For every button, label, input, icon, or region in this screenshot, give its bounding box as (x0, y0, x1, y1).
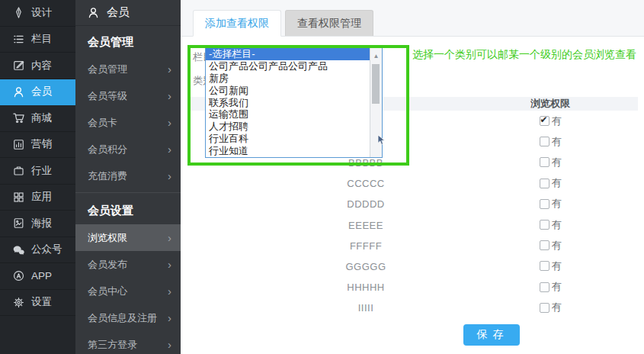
primary-nav-item[interactable]: 设置 (0, 290, 75, 317)
tab-bar: 添加查看权限 查看权限管理 (181, 0, 644, 37)
table-row: HHHHH 有 (187, 277, 638, 298)
column-select-dropdown[interactable]: -选择栏目- 公司产品公司产品公司产品 新房 公司新闻 联系我们 运输范围 人才… (205, 47, 383, 158)
primary-nav-label: 公众号 (31, 243, 62, 256)
permission-checkbox[interactable] (540, 220, 549, 230)
dropdown-option[interactable]: 联系我们 (206, 97, 370, 109)
scroll-up-arrow-icon[interactable] (370, 49, 382, 60)
secondary-sidebar: 会员 会员管理 会员管理 会员等级 会员卡 (75, 0, 181, 354)
dropdown-option[interactable]: 新房 (206, 72, 370, 85)
dropdown-option[interactable]: 运输范围 (206, 108, 370, 121)
secondary-nav-label: 会员积分 (88, 143, 127, 156)
permission-checkbox[interactable] (540, 179, 549, 188)
permission-checkbox[interactable] (540, 157, 549, 167)
row-permission-cell: 有 (493, 259, 607, 273)
primary-nav-label: 行业 (31, 164, 52, 178)
table-row: CCCCC 有 (187, 173, 638, 194)
secondary-nav-item[interactable]: 第三方登录 (75, 331, 181, 354)
mall-icon (12, 111, 25, 124)
secondary-nav-item[interactable]: 会员信息及注册 (75, 304, 181, 331)
row-label: FFFFF (187, 240, 544, 251)
primary-nav-item[interactable]: 公众号 (0, 237, 75, 264)
primary-nav-item[interactable]: 海报 (0, 211, 75, 237)
checkbox-has-label: 有 (552, 259, 562, 273)
design-icon (12, 6, 25, 19)
row-label: HHHHH (187, 282, 544, 293)
secondary-sidebar-title: 会员 (107, 5, 130, 20)
dropdown-option[interactable]: -选择栏目- (206, 48, 370, 60)
row-label: BBBBB (187, 156, 544, 168)
secondary-nav-label: 会员等级 (88, 89, 127, 103)
secondary-nav-item[interactable]: 会员卡 (75, 109, 181, 136)
table-row: IIIII 有 (187, 298, 638, 318)
member-icon (87, 6, 101, 20)
row-permission-cell: 有 (493, 197, 607, 211)
row-label: DDDDD (187, 198, 544, 210)
tab-view-permission-management[interactable]: 查看权限管理 (285, 10, 373, 36)
row-permission-cell: 有 (493, 156, 607, 169)
chevron-right-icon (168, 259, 171, 271)
secondary-nav-item[interactable]: 浏览权限 (75, 224, 181, 251)
primary-nav-item[interactable]: 应用 (0, 185, 75, 211)
primary-nav-item[interactable]: 设计 (0, 0, 75, 27)
scrollbar-thumb[interactable] (372, 64, 380, 104)
row-label: GGGGG (187, 260, 544, 272)
checkbox-has-label: 有 (552, 301, 562, 314)
content-icon (12, 59, 25, 72)
secondary-nav-item[interactable]: 会员发布 (75, 251, 181, 278)
permission-column-header: 浏览权限 (493, 97, 607, 111)
permission-checkbox[interactable] (540, 199, 549, 209)
primary-nav-label: 应用 (31, 190, 52, 204)
secondary-nav-item[interactable]: 会员等级 (75, 82, 181, 109)
save-button[interactable]: 保存 (463, 324, 520, 346)
secondary-nav-item[interactable]: 会员积分 (75, 136, 181, 163)
secondary-nav-label: 会员管理 (88, 63, 127, 76)
primary-nav-item[interactable]: 营销 (0, 132, 75, 159)
dropdown-option[interactable]: 公司新闻 (206, 85, 370, 97)
checkbox-has-label: 有 (552, 218, 562, 232)
row-permission-cell: 有 (493, 176, 607, 190)
permission-checkbox[interactable] (540, 303, 549, 313)
primary-nav-item[interactable]: 会员 (0, 79, 75, 106)
appstore-icon (12, 269, 25, 282)
secondary-nav-item[interactable]: 会员中心 (75, 278, 181, 304)
permission-checkbox[interactable] (540, 282, 549, 292)
page: 设计 栏目 内容 会员 商城 营销 (0, 0, 644, 354)
chevron-right-icon (168, 312, 171, 324)
permission-checkbox[interactable] (540, 137, 549, 146)
tab-add-view-permission[interactable]: 添加查看权限 (193, 10, 281, 37)
checkbox-has-label: 有 (552, 176, 562, 190)
primary-nav-item[interactable]: 商城 (0, 105, 75, 132)
dropdown-options: -选择栏目- 公司产品公司产品公司产品 新房 公司新闻 联系我们 运输范围 人才… (206, 48, 370, 157)
secondary-nav-label: 第三方登录 (88, 338, 137, 352)
apps-icon (12, 191, 25, 204)
member-icon (12, 85, 25, 98)
secondary-nav-item[interactable]: 充值消费 (75, 163, 181, 189)
dropdown-option[interactable]: 人才招聘 (206, 121, 370, 133)
primary-nav-item[interactable]: APP (0, 263, 75, 290)
poster-icon (12, 217, 25, 230)
wechat-icon (12, 243, 25, 256)
primary-nav-item[interactable]: 内容 (0, 53, 75, 79)
secondary-nav-label: 浏览权限 (88, 231, 127, 245)
secondary-nav-label: 充值消费 (88, 169, 127, 183)
primary-nav-item[interactable]: 栏目 (0, 27, 75, 53)
row-permission-cell: 有 (493, 135, 607, 149)
industry-icon (12, 164, 25, 177)
dropdown-option[interactable]: 行业百科 (206, 133, 370, 145)
permission-checkbox[interactable] (540, 261, 549, 271)
checkbox-has-label: 有 (552, 114, 562, 128)
chevron-right-icon (168, 117, 171, 129)
permission-checkbox[interactable] (540, 240, 549, 250)
primary-nav-label: 营销 (31, 137, 52, 151)
dropdown-option[interactable]: 行业知道 (206, 145, 370, 157)
dropdown-option[interactable]: 公司产品公司产品公司产品 (206, 60, 370, 72)
primary-nav-item[interactable]: 行业 (0, 158, 75, 185)
checkbox-has-label: 有 (552, 280, 562, 294)
row-permission-cell: 有 (493, 301, 607, 314)
primary-nav-label: 栏目 (31, 32, 52, 46)
dropdown-scrollbar[interactable] (370, 48, 382, 157)
secondary-nav-item[interactable]: 会员管理 (75, 56, 181, 82)
permission-checkbox[interactable] (540, 116, 549, 126)
chevron-right-icon (168, 90, 171, 102)
primary-nav-label: 会员 (31, 85, 52, 98)
